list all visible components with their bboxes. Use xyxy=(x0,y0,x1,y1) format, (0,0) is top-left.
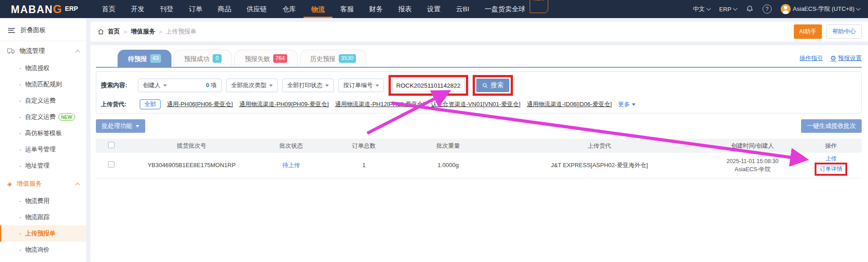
sidebar-item-logistics-tracking[interactable]: ·物流跟踪 xyxy=(0,209,86,225)
operation-guide-link[interactable]: 操作指引 xyxy=(800,54,823,62)
nav-products[interactable]: 商品 xyxy=(210,0,239,18)
order-search-input[interactable] xyxy=(392,79,465,92)
row-checkbox[interactable] xyxy=(108,161,114,168)
chevron-down-icon xyxy=(707,6,711,10)
help-icon[interactable]: ? xyxy=(763,5,772,14)
carrier-link-ph12[interactable]: 通用物流渠道-PH12[PH12-爱亚仓] xyxy=(335,100,425,108)
generate-pickup-batch-button[interactable]: 一键生成揽收批次 xyxy=(801,119,862,133)
language-selector[interactable]: 中文 xyxy=(693,5,710,13)
user-menu[interactable]: AsiaECS-学院 (UTC+8) xyxy=(781,4,860,14)
tabs-row: 待预报43 预报成功0 预报失败764 历史预报3530 操作指引 ⚙预报设置 xyxy=(96,50,862,68)
annotation-box-search-input xyxy=(389,75,468,96)
creator-dropdown[interactable]: 创建人 0 项 xyxy=(138,79,222,92)
topbar-right: 中文 ERP ? AsiaECS-学院 (UTC+8) xyxy=(693,4,860,14)
forecast-settings-link[interactable]: ⚙预报设置 xyxy=(830,54,862,62)
nav-develop[interactable]: 开发 xyxy=(123,0,152,18)
chevron-down-icon xyxy=(856,6,861,10)
tab-forecast-success[interactable]: 预报成功0 xyxy=(174,50,232,67)
sidebar-item-logistics-fees[interactable]: ·物流费用 xyxy=(0,193,86,209)
search-button[interactable]: 搜索 xyxy=(476,79,509,92)
home-icon xyxy=(98,28,104,35)
nav-logistics[interactable]: 物流 xyxy=(304,0,332,18)
tab-forecast-failed[interactable]: 预报失败764 xyxy=(234,50,298,67)
carrier-link-vn01[interactable]: 认证合资渠道-VN01[VN01-爱亚仓] xyxy=(431,100,521,108)
carrier-filter-all[interactable]: 全部 xyxy=(140,99,161,109)
nav-home[interactable]: 首页 xyxy=(94,0,123,18)
sidebar-item-logistics-auth[interactable]: ·物流授权 xyxy=(0,60,86,76)
batch-type-dropdown[interactable]: 全部批次类型 xyxy=(226,79,278,92)
search-area: 搜索内容: 创建人 0 项 全部批次类型 全部打印状态 按订单编号 搜索 xyxy=(96,71,862,113)
caret-down-icon xyxy=(632,103,636,106)
logo-text: MABAN xyxy=(11,4,53,16)
sidebar: 折叠面板 物流管理 ·物流授权 ·物流匹配规则 ·自定义运费 ·自定义运费NEW… xyxy=(0,18,87,262)
forecast-table: 揽货批次号 批次状态 订单总数 批次重量 上传货代 创建时间/创建人 操作 YB… xyxy=(96,139,862,178)
select-all-checkbox[interactable] xyxy=(108,142,114,148)
sidebar-item-logistics-match-rules[interactable]: ·物流匹配规则 xyxy=(0,76,86,93)
status-link-pending-upload[interactable]: 待上传 xyxy=(282,162,300,168)
nav-cloud-bi[interactable]: 云BI xyxy=(448,0,477,18)
count-badge: 0 xyxy=(213,54,222,63)
sidebar-item-logistics-inquiry[interactable]: ·物流询价 xyxy=(0,242,86,258)
order-number-dropdown[interactable]: 按订单编号 xyxy=(338,79,384,92)
nav-listing[interactable]: 刊登 xyxy=(152,0,181,18)
upload-action-link[interactable]: 上传 xyxy=(801,155,862,163)
bell-icon[interactable] xyxy=(746,5,754,14)
table-toolbar: 批处理功能 一键生成揽收批次 xyxy=(96,119,862,133)
col-batch-status: 批次状态 xyxy=(257,139,326,153)
caret-down-icon xyxy=(163,84,167,87)
breadcrumb-section[interactable]: 增值服务 xyxy=(131,28,155,36)
print-status-dropdown[interactable]: 全部打印状态 xyxy=(282,79,334,92)
nav-warehouse[interactable]: 仓库 xyxy=(275,0,304,18)
erp-selector[interactable]: ERP xyxy=(719,6,737,13)
topbar: MABANG ERP 首页 开发 刊登 订单 商品 供应链 仓库 物流 客服 财… xyxy=(0,0,868,18)
nav-reports[interactable]: 报表 xyxy=(390,0,419,18)
col-order-count: 订单总数 xyxy=(326,139,402,153)
gear-icon: ⚙ xyxy=(830,54,836,62)
table-header-row: 揽货批次号 批次状态 订单总数 批次重量 上传货代 创建时间/创建人 操作 xyxy=(96,139,862,153)
breadcrumb-bar: 首页 > 增值服务 > 上传预报单 AI助手 帮助中心 xyxy=(90,22,868,42)
sidebar-item-label-template[interactable]: ·高仿标签模板 xyxy=(0,125,86,141)
carrier-cell: J&T EXPRESS[ASPH02-爱亚海外仓] xyxy=(494,153,705,178)
carrier-link-ph06[interactable]: 通用-PH06[PH06-爱亚仓] xyxy=(167,100,233,108)
sidebar-item-upload-forecast[interactable]: ·上传预报单 xyxy=(0,225,86,242)
nav-global-stock[interactable]: 一盘货卖全球 xyxy=(477,0,533,18)
help-center-button[interactable]: 帮助中心 xyxy=(826,24,862,39)
collapse-panel-button[interactable]: 折叠面板 xyxy=(0,20,86,41)
nav-finance[interactable]: 财务 xyxy=(361,0,390,18)
carrier-link-id06[interactable]: 通用物流渠道-ID06[ID06-爱亚仓] xyxy=(527,100,612,108)
upload-carrier-label: 上传货代: xyxy=(101,100,133,108)
truck-icon xyxy=(7,48,15,55)
order-detail-link[interactable]: 订单详情 xyxy=(820,165,842,173)
sidebar-section-value-added[interactable]: ◈ 增值服务 xyxy=(0,174,86,193)
breadcrumb: 首页 > 增值服务 > 上传预报单 xyxy=(98,28,196,36)
sidebar-item-tracking-number[interactable]: ·运单号管理 xyxy=(0,141,86,158)
avatar xyxy=(781,4,791,14)
nav-settings[interactable]: 设置 xyxy=(419,0,448,18)
mabang-logo[interactable]: MABANG ERP xyxy=(11,3,78,16)
more-carriers-link[interactable]: 更多 xyxy=(618,100,636,108)
tab-pending-forecast[interactable]: 待预报43 xyxy=(118,50,171,67)
nav-supply-chain[interactable]: 供应链 xyxy=(239,0,275,18)
user-name: AsiaECS-学院 (UTC+8) xyxy=(793,5,854,13)
new-badge: NEW xyxy=(530,0,549,13)
count-badge: 764 xyxy=(273,54,287,63)
sidebar-item-address-management[interactable]: ·地址管理 xyxy=(0,158,86,174)
batch-actions-button[interactable]: 批处理功能 xyxy=(96,119,145,133)
sidebar-item-custom-freight-new[interactable]: ·自定义运费NEW xyxy=(0,109,86,125)
sidebar-item-custom-freight[interactable]: ·自定义运费 xyxy=(0,93,86,109)
hamburger-icon xyxy=(8,28,15,33)
tab-forecast-history[interactable]: 历史预报3530 xyxy=(300,50,366,67)
chevron-up-icon xyxy=(76,50,80,54)
creator-count: 0 xyxy=(206,82,209,89)
weight-cell: 1.0000g xyxy=(402,153,494,178)
ai-assistant-button[interactable]: AI助手 xyxy=(794,24,822,39)
nav-service[interactable]: 客服 xyxy=(332,0,361,18)
content-panel: 待预报43 预报成功0 预报失败764 历史预报3530 操作指引 ⚙预报设置 xyxy=(90,45,868,262)
diamond-icon: ◈ xyxy=(7,181,12,187)
breadcrumb-home[interactable]: 首页 xyxy=(108,28,120,36)
col-created: 创建时间/创建人 xyxy=(705,139,801,153)
carrier-link-ph09[interactable]: 通用物流渠道-PH09[PH09-爱亚仓] xyxy=(239,100,329,108)
nav-orders[interactable]: 订单 xyxy=(181,0,210,18)
sidebar-section-logistics-management[interactable]: 物流管理 xyxy=(0,41,86,60)
col-batch-weight: 批次重量 xyxy=(402,139,494,153)
